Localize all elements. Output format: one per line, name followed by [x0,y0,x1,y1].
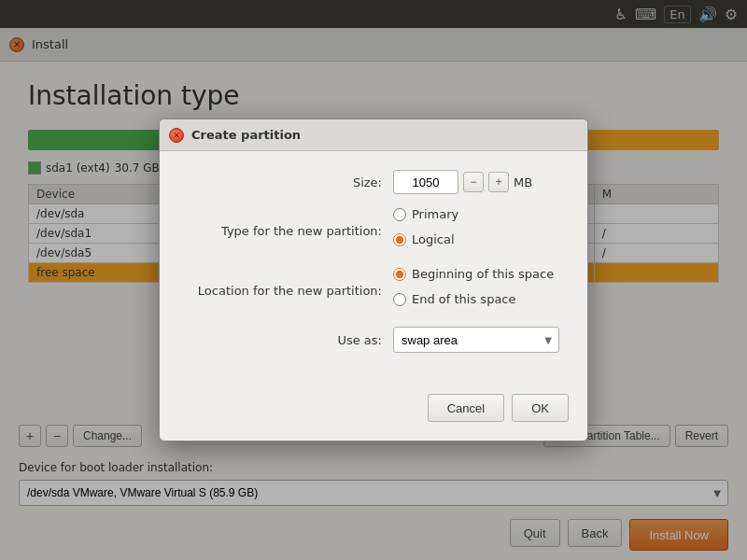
size-row: Size: − + MB [188,170,559,194]
modal-overlay: ✕ Create partition Size: − + MB Type for… [0,0,747,560]
location-row: Location for the new partition: Beginnin… [188,267,559,314]
location-radio-group: Beginning of this space End of this spac… [393,267,554,314]
size-controls: − + MB [393,170,532,194]
type-logical-label: Logical [412,232,455,246]
location-label: Location for the new partition: [188,284,393,298]
use-as-select-wrapper: swap area ext4 ext3 ext2 btrfs Do not us… [393,327,559,353]
type-primary-row: Primary [393,207,458,221]
location-beginning-row: Beginning of this space [393,267,554,281]
use-as-select[interactable]: swap area ext4 ext3 ext2 btrfs Do not us… [393,327,559,353]
dialog-ok-button[interactable]: OK [512,394,569,422]
location-end-label: End of this space [412,292,516,306]
use-as-label: Use as: [188,333,393,347]
type-radio-group: Primary Logical [393,207,458,254]
size-label: Size: [188,175,393,189]
size-decrement-button[interactable]: − [463,172,484,192]
type-logical-row: Logical [393,232,458,246]
dialog-cancel-button[interactable]: Cancel [428,394,504,422]
type-primary-radio[interactable] [393,208,406,221]
location-beginning-label: Beginning of this space [412,267,554,281]
size-unit: MB [514,175,532,189]
dialog-body: Size: − + MB Type for the new partition:… [160,151,587,385]
size-increment-button[interactable]: + [488,172,509,192]
type-primary-label: Primary [412,207,458,221]
location-end-row: End of this space [393,292,554,306]
location-beginning-radio[interactable] [393,268,406,281]
location-end-radio[interactable] [393,293,406,306]
size-input[interactable] [393,170,458,194]
dialog-title: Create partition [191,128,301,142]
dialog-titlebar: ✕ Create partition [160,119,587,151]
dialog-close-button[interactable]: ✕ [169,128,184,143]
dialog-footer: Cancel OK [160,385,587,441]
create-partition-dialog: ✕ Create partition Size: − + MB Type for… [159,119,588,441]
use-as-row: Use as: swap area ext4 ext3 ext2 btrfs D… [188,327,559,353]
type-logical-radio[interactable] [393,233,406,246]
type-label: Type for the new partition: [188,224,393,238]
type-row: Type for the new partition: Primary Logi… [188,207,559,254]
